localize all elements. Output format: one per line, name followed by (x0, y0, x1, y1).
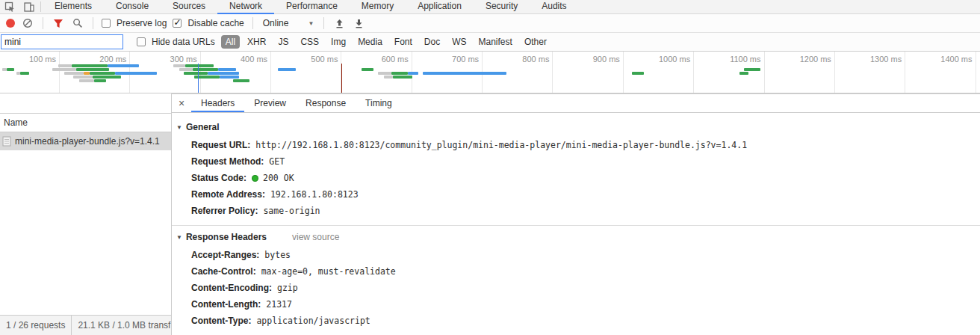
filter-type-other[interactable]: Other (520, 35, 551, 49)
load-event-marker (341, 64, 342, 93)
waterfall-bar (185, 64, 214, 67)
hide-data-urls-label: Hide data URLs (152, 37, 215, 47)
header-value: http://192.168.1.80:8123/community_plugi… (255, 140, 747, 150)
timeline-gridline (764, 52, 765, 93)
requests-panel-gap (0, 93, 171, 113)
filter-bar: ✓ Hide data URLs AllXHRJSCSSImgMediaFont… (0, 33, 980, 52)
waterfall-bar (384, 76, 393, 79)
throttling-select[interactable]: Online ▼ (261, 18, 316, 28)
preserve-log-checkbox[interactable]: ✓ (102, 19, 111, 28)
waterfall-bar (7, 68, 14, 71)
waterfall-bar (739, 72, 748, 75)
clear-icon[interactable] (21, 16, 34, 30)
chevron-down-icon: ▼ (308, 20, 314, 27)
detail-tab-headers[interactable]: Headers (191, 94, 244, 112)
filter-funnel-icon[interactable] (52, 16, 65, 30)
record-button[interactable] (6, 19, 15, 28)
header-item: Request Method:GET (172, 153, 980, 170)
tab-audits[interactable]: Audits (530, 0, 578, 14)
tab-application[interactable]: Application (406, 0, 474, 14)
tab-security[interactable]: Security (474, 0, 530, 14)
view-source-link[interactable]: view source (292, 232, 339, 242)
filter-type-manifest[interactable]: Manifest (474, 35, 517, 49)
header-item: Cache-Control:max-age=0, must-revalidate (172, 263, 980, 280)
panel-tabs: ElementsConsoleSourcesNetworkPerformance… (43, 0, 579, 13)
waterfall-bar (64, 72, 84, 75)
network-content: Name mini-media-player-bundle.js?v=1.4.1… (0, 93, 980, 335)
timeline-tick-label: 500 ms (285, 55, 338, 64)
requests-list-empty-area (0, 150, 171, 315)
filter-type-font[interactable]: Font (390, 35, 417, 49)
tab-memory[interactable]: Memory (350, 0, 406, 14)
name-column-header[interactable]: Name (0, 113, 171, 132)
header-name: Status Code: (191, 173, 246, 183)
header-value: GET (269, 156, 285, 167)
waterfall-bar (79, 79, 94, 82)
detail-tab-timing[interactable]: Timing (356, 94, 402, 112)
detail-tab-preview[interactable]: Preview (244, 94, 296, 112)
section-title-text: Response Headers (186, 232, 267, 242)
tab-elements[interactable]: Elements (43, 0, 104, 14)
timeline-overview[interactable]: 100 ms200 ms300 ms400 ms500 ms600 ms700 … (0, 52, 980, 93)
waterfall-bar (423, 72, 506, 75)
timeline-tick-label: 800 ms (497, 55, 549, 64)
header-name: Content-Encoding: (191, 283, 272, 293)
resource-type-filters: AllXHRJSCSSImgMediaFontDocWSManifestOthe… (221, 35, 551, 49)
header-item: Content-Length:21317 (172, 296, 980, 313)
waterfall-bar (278, 68, 296, 71)
waterfall-bar (744, 68, 760, 71)
filter-type-ws[interactable]: WS (447, 35, 471, 49)
export-har-icon[interactable] (352, 16, 365, 30)
response-headers-items: Accept-Ranges:bytesCache-Control:max-age… (172, 247, 980, 329)
search-icon[interactable] (71, 16, 84, 30)
tab-network[interactable]: Network (217, 0, 274, 14)
import-har-icon[interactable] (332, 16, 346, 30)
waterfall-bar (52, 68, 76, 71)
header-item: Referrer Policy:same-origin (172, 203, 980, 219)
request-row[interactable]: mini-media-player-bundle.js?v=1.4.1 (0, 132, 171, 150)
waterfall-bar (391, 72, 408, 75)
waterfall-bar (58, 64, 72, 67)
header-name: Cache-Control: (191, 266, 256, 277)
header-item: Accept-Ranges:bytes (172, 247, 980, 263)
tab-sources[interactable]: Sources (161, 0, 217, 14)
header-name: Request Method: (191, 156, 264, 167)
waterfall-bar (378, 72, 391, 75)
filter-type-css[interactable]: CSS (296, 35, 323, 49)
timeline-tick-label: 1300 ms (849, 55, 902, 64)
waterfall-bar (93, 76, 121, 79)
detail-tab-response[interactable]: Response (296, 94, 356, 112)
header-name: Remote Address: (191, 189, 265, 200)
header-name: Accept-Ranges: (191, 250, 259, 260)
tab-console[interactable]: Console (104, 0, 161, 14)
filter-input[interactable] (1, 34, 123, 49)
timeline-tick-label: 600 ms (356, 55, 409, 64)
status-dot-icon (252, 175, 258, 182)
tab-performance[interactable]: Performance (274, 0, 350, 14)
filter-type-xhr[interactable]: XHR (243, 35, 270, 49)
filter-type-media[interactable]: Media (353, 35, 387, 49)
filter-type-js[interactable]: JS (273, 35, 293, 49)
waterfall-bar (73, 76, 93, 79)
header-name: Content-Length: (191, 299, 261, 310)
timeline-tick-label: 1200 ms (779, 55, 831, 64)
waterfall-bar (84, 72, 90, 75)
response-headers-section-title[interactable]: ▼ Response Headers view source (172, 227, 980, 247)
header-item: Status Code:200 OK (172, 170, 980, 186)
filter-type-all[interactable]: All (221, 35, 240, 49)
domcontentloaded-event-marker (198, 64, 199, 93)
timeline-gridline (905, 52, 905, 93)
header-name: Referrer Policy: (191, 206, 258, 216)
hide-data-urls-checkbox[interactable]: ✓ (137, 37, 146, 46)
general-section-title[interactable]: ▼ General (172, 117, 980, 137)
request-detail-pane: × HeadersPreviewResponseTiming ▼ General… (172, 93, 980, 335)
inspect-element-icon[interactable] (0, 0, 19, 13)
waterfall-bar (362, 68, 373, 71)
disable-cache-checkbox[interactable]: ✓ (173, 19, 182, 28)
filter-type-img[interactable]: Img (326, 35, 350, 49)
general-items: Request URL:http://192.168.1.80:8123/com… (172, 137, 980, 219)
close-icon[interactable]: × (172, 94, 191, 112)
waterfall-bar (108, 64, 139, 67)
device-toolbar-icon[interactable] (19, 0, 39, 13)
filter-type-doc[interactable]: Doc (420, 35, 444, 49)
